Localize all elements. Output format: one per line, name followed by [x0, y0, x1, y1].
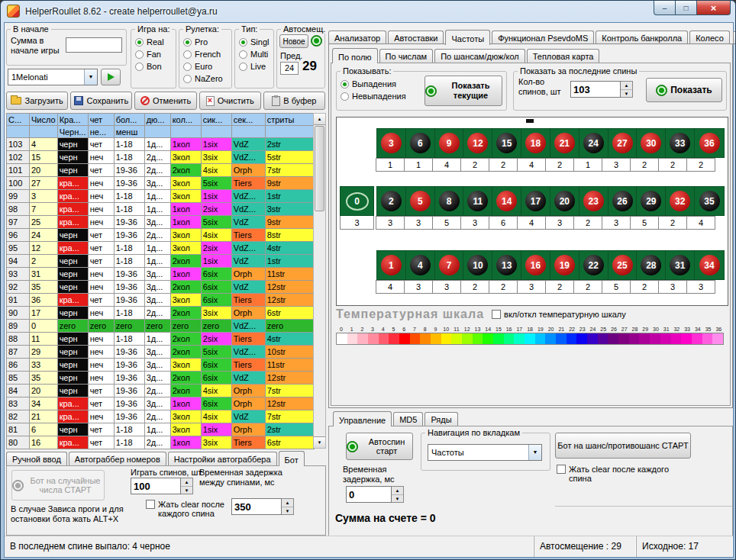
- roulette-radio-option[interactable]: French: [183, 48, 230, 60]
- number-cell[interactable]: 29: [637, 187, 666, 215]
- control-tab[interactable]: Управление: [333, 411, 392, 426]
- number-cell[interactable]: 10: [463, 251, 492, 279]
- column-header[interactable]: чет: [88, 114, 114, 126]
- table-scrollbar[interactable]: ▲ ▼: [313, 113, 326, 449]
- table-row[interactable]: 8016кра...чет1-182д...1кол3sixTiers6str: [7, 436, 315, 449]
- bot-tab[interactable]: Настройки автограббера: [168, 452, 277, 465]
- title-bar[interactable]: HelperRoullet 8.62 - create helperroulle…: [1, 1, 735, 22]
- scroll-down-icon[interactable]: ▼: [314, 436, 325, 448]
- table-row[interactable]: 1034чернчет1-181д...1кол1sixVdZ2str: [7, 138, 315, 151]
- chance-bot-button[interactable]: Бот на шанс/противошанс СТАРТ: [555, 433, 691, 459]
- show-current-button[interactable]: Показать текущие: [424, 76, 502, 106]
- preset-combo[interactable]: 1Melonati: [8, 69, 98, 85]
- toolbar-button[interactable]: Очистить: [199, 92, 261, 110]
- number-cell[interactable]: 7: [435, 251, 464, 279]
- play-button[interactable]: [101, 69, 121, 85]
- toolbar-button[interactable]: Сохранить: [70, 92, 132, 110]
- column-header[interactable]: дю...: [144, 114, 170, 126]
- number-cell[interactable]: 35: [695, 187, 724, 215]
- scroll-up-icon[interactable]: ▲: [314, 114, 325, 125]
- bot-clear-checkbox-row[interactable]: Жать clear после каждого спина: [146, 500, 230, 518]
- close-button[interactable]: ×: [696, 1, 731, 15]
- spin-delay-input[interactable]: [231, 498, 282, 515]
- table-row[interactable]: 8729черннеч19-363д...2кол5sixVdZ...10str: [7, 346, 315, 359]
- analyzer-tab[interactable]: Контроль банкролла: [596, 31, 688, 44]
- table-row[interactable]: 10215черннеч1-182д...3кол3sixVdZ...5str: [7, 151, 315, 164]
- column-header[interactable]: кол...: [170, 114, 201, 126]
- control-tab[interactable]: MD5: [393, 412, 423, 426]
- number-cell[interactable]: 16: [521, 251, 550, 279]
- column-subheader[interactable]: [170, 126, 201, 138]
- new-shift-button[interactable]: Новое: [279, 34, 308, 48]
- number-cell[interactable]: 28: [637, 251, 666, 279]
- checkbox-icon[interactable]: [492, 310, 501, 319]
- frequency-tab[interactable]: По полю: [332, 48, 378, 63]
- column-header[interactable]: бол...: [114, 114, 144, 126]
- table-row[interactable]: 8811черннеч1-181д...2кол2sixTiers4str: [7, 333, 315, 346]
- bot-tab[interactable]: Бот: [279, 451, 305, 466]
- table-row[interactable]: 9235черннеч19-363д...2кол6sixVdZ12str: [7, 281, 315, 294]
- table-row[interactable]: 9624чернчет19-362д...3кол4sixTiers8str: [7, 229, 315, 242]
- table-row[interactable]: 8633черннеч19-363д...3кол6sixTiers11str: [7, 359, 315, 372]
- random-bot-button[interactable]: Бот на случайные числа СТАРТ: [11, 470, 105, 500]
- number-cell[interactable]: 34: [695, 251, 724, 279]
- table-row[interactable]: 10120чернчет19-362д...2кол4sixOrph7str: [7, 164, 315, 177]
- number-cell[interactable]: 9: [435, 129, 464, 157]
- column-header[interactable]: сик...: [201, 114, 231, 126]
- toolbar-button[interactable]: В буфер: [263, 92, 325, 110]
- table-row[interactable]: 9017черннеч1-182д...2кол3sixOrph6str: [7, 307, 315, 320]
- number-cell[interactable]: 14: [492, 187, 521, 215]
- checkbox-icon[interactable]: [146, 500, 155, 509]
- column-subheader[interactable]: Черн...: [57, 126, 88, 138]
- number-cell[interactable]: 19: [550, 251, 579, 279]
- table-row[interactable]: 8535черннеч19-363д...2кол6sixVdZ12str: [7, 372, 315, 385]
- toolbar-button[interactable]: Отменить: [134, 92, 196, 110]
- column-header[interactable]: С...: [7, 114, 30, 126]
- table-row[interactable]: 993кра...неч1-181д...3кол1sixVdZ...1str: [7, 190, 315, 203]
- scroll-thumb[interactable]: [315, 126, 324, 211]
- column-subheader[interactable]: не...: [88, 126, 114, 138]
- analyzer-tab[interactable]: Автоставки: [388, 31, 444, 44]
- number-cell[interactable]: 20: [550, 187, 579, 215]
- roulette-radio-option[interactable]: NaZero: [183, 72, 230, 85]
- column-subheader[interactable]: [144, 126, 170, 138]
- number-cell[interactable]: 27: [608, 129, 638, 157]
- number-cell[interactable]: 6: [406, 129, 435, 157]
- table-row[interactable]: 8420чернчет19-362д...2кол4sixOrph7str: [7, 385, 315, 397]
- number-cell[interactable]: 3: [377, 129, 406, 157]
- number-cell[interactable]: 2: [377, 187, 406, 215]
- show-button[interactable]: Показать: [646, 78, 722, 102]
- bot-tab[interactable]: Ручной ввод: [6, 452, 67, 465]
- number-cell[interactable]: 4: [406, 251, 435, 279]
- mode-radio-option[interactable]: Multi: [239, 48, 272, 60]
- column-header[interactable]: Число: [30, 114, 58, 126]
- control-delay-stepper[interactable]: [392, 486, 404, 503]
- autospin-button[interactable]: Автоспин старт: [346, 433, 413, 460]
- column-subheader[interactable]: [201, 126, 231, 138]
- table-row[interactable]: 8334кра...чет19-363д...1кол6sixOrph12str: [7, 397, 315, 410]
- zero-cell[interactable]: 0 3: [340, 186, 374, 230]
- minimize-button[interactable]: –: [654, 1, 676, 15]
- column-subheader[interactable]: менш: [114, 126, 144, 138]
- number-cell[interactable]: 18: [521, 129, 550, 157]
- table-row[interactable]: 942чернчет1-181д...2кол1sixVdZ1str: [7, 255, 315, 268]
- table-row[interactable]: 816чернчет1-181д...3кол1sixOrph2str: [7, 423, 315, 436]
- table-row[interactable]: 8221кра...неч19-362д...3кол4sixVdZ7str: [7, 410, 315, 423]
- column-subheader[interactable]: [231, 126, 265, 138]
- number-cell[interactable]: 17: [521, 187, 550, 215]
- maximize-button[interactable]: □: [676, 1, 696, 15]
- analyzer-tab[interactable]: Функционал PsevdoMS: [492, 31, 594, 44]
- column-header[interactable]: Кра...: [57, 114, 88, 126]
- number-cell[interactable]: 21: [550, 129, 579, 157]
- frequency-tab[interactable]: Тепловая карта: [527, 49, 600, 63]
- analyzer-tab[interactable]: Колесо: [689, 31, 730, 44]
- number-cell[interactable]: 8: [435, 187, 464, 215]
- table-row[interactable]: 10027кра...неч19-363д...3кол5sixTiers9st…: [7, 177, 315, 190]
- mode-radio-option[interactable]: Live: [239, 60, 272, 72]
- number-cell[interactable]: 5: [406, 187, 435, 215]
- number-cell[interactable]: 15: [492, 129, 521, 157]
- number-cell[interactable]: 11: [463, 187, 492, 215]
- column-header[interactable]: сек...: [231, 114, 265, 126]
- number-cell[interactable]: 23: [579, 187, 608, 215]
- analyzer-tab[interactable]: Анализатор: [328, 31, 386, 44]
